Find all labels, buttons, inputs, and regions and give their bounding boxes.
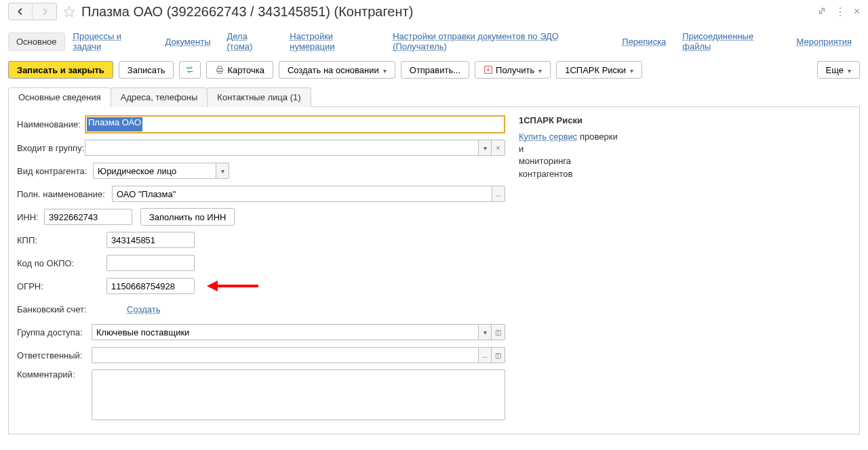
arrow-left-icon [16, 7, 25, 16]
close-icon[interactable]: × [854, 5, 860, 18]
arrow-right-icon [40, 7, 50, 16]
fullname-input[interactable] [112, 186, 492, 202]
nav-documents[interactable]: Документы [157, 33, 219, 51]
fullname-label: Полн. наименование: [17, 189, 112, 199]
spark-title: 1СПАРК Риски [519, 115, 851, 125]
receive-button[interactable]: Получить [475, 61, 551, 79]
nav-correspondence[interactable]: Переписка [614, 33, 674, 51]
spark-buy-link[interactable]: Купить сервис [519, 131, 577, 142]
name-label: Наименование: [17, 119, 85, 129]
name-input[interactable]: Плазма ОАО [87, 117, 142, 131]
nav-events[interactable]: Мероприятия [788, 33, 860, 51]
bank-create-link[interactable]: Создать [127, 304, 160, 314]
card-button[interactable]: Карточка [206, 61, 273, 79]
inn-input[interactable] [44, 209, 132, 225]
spark-button[interactable]: 1СПАРК Риски [556, 61, 642, 79]
kpp-label: КПП: [17, 235, 106, 245]
bank-label: Банковский счет: [17, 304, 106, 314]
tab-addresses[interactable]: Адреса, телефоны [111, 87, 208, 107]
page-title: Плазма ОАО (3922662743 / 343145851) (Кон… [81, 4, 817, 20]
type-label: Вид контрагента: [17, 166, 93, 176]
svg-rect-0 [186, 67, 189, 70]
fullname-select-button[interactable]: ... [492, 186, 505, 202]
type-input[interactable] [93, 163, 216, 179]
access-group-label: Группа доступа: [17, 327, 92, 338]
responsible-select-button[interactable]: ... [478, 347, 492, 363]
svg-rect-2 [218, 66, 222, 69]
refresh-button[interactable] [179, 61, 201, 79]
group-input[interactable] [85, 140, 478, 156]
okpo-input[interactable] [106, 255, 195, 271]
comment-label: Комментарий: [17, 369, 92, 380]
access-group-dropdown-button[interactable]: ▾ [478, 324, 492, 340]
responsible-label: Ответственный: [17, 350, 92, 361]
favorite-star-icon[interactable] [62, 5, 76, 18]
okpo-label: Код по ОКПО: [17, 258, 106, 268]
more-button[interactable]: Еще [817, 61, 860, 79]
group-label: Входит в группу: [17, 143, 85, 153]
group-dropdown-button[interactable]: ▾ [478, 140, 492, 156]
group-clear-button[interactable]: × [492, 140, 505, 156]
tab-main[interactable]: Основные сведения [8, 87, 111, 107]
download-icon [484, 65, 493, 75]
access-group-input[interactable] [92, 324, 478, 340]
nav-cases[interactable]: Дела (тома) [219, 27, 282, 56]
nav-edo[interactable]: Настройки отправки документов по ЭДО (По… [384, 27, 614, 56]
highlight-arrow [207, 281, 258, 292]
fill-by-inn-button[interactable]: Заполнить по ИНН [140, 208, 235, 226]
ogrn-input[interactable] [106, 278, 195, 294]
type-dropdown-button[interactable]: ▾ [216, 163, 229, 179]
tab-contacts[interactable]: Контактные лица (1) [207, 87, 311, 107]
ogrn-label: ОГРН: [17, 281, 106, 291]
save-close-button[interactable]: Записать и закрыть [8, 61, 113, 79]
create-based-button[interactable]: Создать на основании [279, 61, 395, 79]
spark-text: Купить сервис проверки и мониторинга кон… [519, 131, 627, 180]
nav-numbering[interactable]: Настройки нумерации [281, 27, 384, 56]
inn-label: ИНН: [17, 212, 44, 222]
nav-back-button[interactable] [9, 3, 33, 20]
name-input-rest[interactable] [142, 117, 503, 131]
kpp-input[interactable] [106, 232, 195, 248]
nav-files[interactable]: Присоединенные файлы [674, 27, 788, 56]
swap-icon [185, 65, 195, 75]
nav-processes[interactable]: Процессы и задачи [65, 27, 157, 56]
save-button[interactable]: Записать [119, 61, 174, 79]
comment-textarea[interactable] [92, 369, 505, 420]
nav-main[interactable]: Основное [8, 33, 65, 51]
responsible-open-button[interactable]: ◫ [492, 347, 505, 363]
send-button[interactable]: Отправить... [401, 61, 469, 79]
access-group-open-button[interactable]: ◫ [492, 324, 505, 340]
printer-icon [215, 65, 224, 75]
responsible-input[interactable] [92, 347, 478, 363]
link-icon[interactable] [817, 6, 827, 18]
nav-forward-button[interactable] [33, 3, 56, 20]
more-menu-icon[interactable]: ⋮ [835, 5, 846, 18]
